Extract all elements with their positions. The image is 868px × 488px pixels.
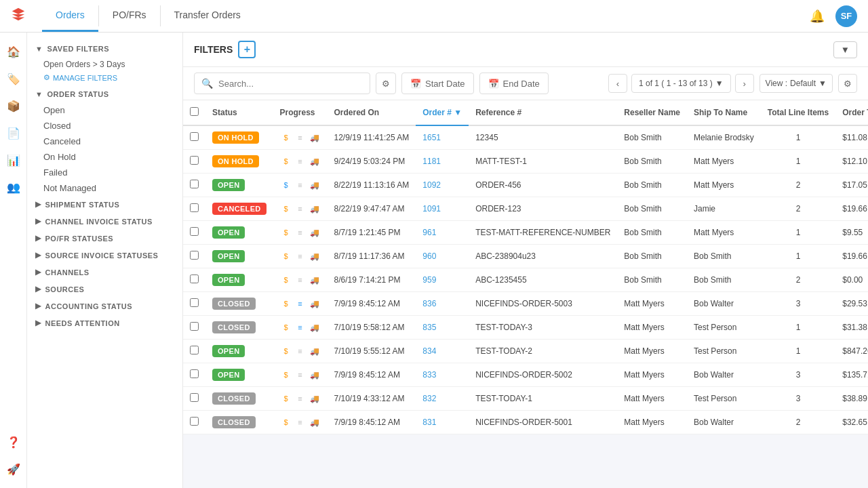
order-status-header[interactable]: ▼ ORDER STATUS	[27, 86, 182, 102]
channel-invoice-status-header[interactable]: ▶ CHANNEL INVOICE STATUS	[27, 213, 182, 230]
col-header-order-num[interactable]: Order # ▼	[416, 100, 469, 125]
row-checkbox[interactable]	[190, 322, 199, 331]
col-header-progress[interactable]: Progress	[273, 100, 328, 125]
start-date-button[interactable]: 📅 Start Date	[401, 73, 474, 94]
row-checkbox-cell[interactable]	[183, 292, 205, 316]
row-checkbox[interactable]	[190, 180, 199, 188]
users-icon[interactable]: 👥	[3, 176, 24, 198]
row-checkbox[interactable]	[190, 203, 199, 212]
row-checkbox-cell[interactable]	[183, 174, 205, 197]
col-header-ordered-on[interactable]: Ordered On	[328, 100, 416, 125]
row-checkbox-cell[interactable]	[183, 221, 205, 245]
row-checkbox-cell[interactable]	[183, 245, 205, 268]
row-order-num[interactable]: 836	[416, 292, 469, 316]
col-header-reference[interactable]: Reference #	[469, 100, 617, 125]
col-header-status[interactable]: Status	[205, 100, 273, 125]
col-header-reseller[interactable]: Reseller Name	[617, 100, 687, 125]
document-icon[interactable]: 📄	[3, 122, 24, 144]
row-checkbox-cell[interactable]	[183, 197, 205, 221]
chart-icon[interactable]: 📊	[3, 149, 24, 171]
row-checkbox-cell[interactable]	[183, 387, 205, 411]
col-header-ship-to[interactable]: Ship To Name	[687, 100, 761, 125]
row-order-num[interactable]: 1091	[416, 197, 469, 221]
saved-filter-open-orders[interactable]: Open Orders > 3 Days	[27, 57, 182, 72]
saved-filters-header[interactable]: ▼ SAVED FILTERS	[27, 41, 182, 57]
row-progress: $≡🚚	[273, 221, 328, 245]
truck-gray-icon: 🚚	[309, 274, 321, 286]
row-checkbox[interactable]	[190, 298, 199, 307]
rocket-icon[interactable]: 🚀	[3, 458, 24, 480]
add-filter-button[interactable]: +	[238, 41, 256, 58]
row-checkbox-cell[interactable]	[183, 268, 205, 292]
row-order-num[interactable]: 961	[416, 221, 469, 245]
sidebar-item-open[interactable]: Open	[27, 102, 182, 118]
needs-attention-header[interactable]: ▶ NEEDS ATTENTION	[27, 314, 182, 331]
sidebar-item-canceled[interactable]: Canceled	[27, 134, 182, 149]
prev-page-button[interactable]: ‹	[608, 74, 627, 93]
tab-orders[interactable]: Orders	[42, 0, 98, 32]
sidebar-item-closed[interactable]: Closed	[27, 118, 182, 134]
row-checkbox-cell[interactable]	[183, 411, 205, 434]
row-checkbox-cell[interactable]	[183, 363, 205, 387]
row-checkbox-cell[interactable]	[183, 150, 205, 174]
help-icon[interactable]: ❓	[3, 431, 24, 453]
row-order-num[interactable]: 1181	[416, 150, 469, 174]
tab-pofrs[interactable]: PO/FRs	[99, 0, 160, 32]
row-checkbox[interactable]	[190, 393, 199, 402]
select-all-header[interactable]	[183, 100, 205, 125]
notification-bell-icon[interactable]: 🔔	[807, 6, 827, 26]
row-reseller: Bob Smith	[617, 268, 687, 292]
tab-transfer-orders[interactable]: Transfer Orders	[161, 0, 254, 32]
row-line-items: 1	[761, 221, 835, 245]
row-order-num[interactable]: 959	[416, 268, 469, 292]
end-date-button[interactable]: 📅 End Date	[479, 73, 549, 94]
page-info[interactable]: 1 of 1 ( 1 - 13 of 13 ) ▼	[631, 74, 731, 93]
row-order-num[interactable]: 833	[416, 363, 469, 387]
row-order-num[interactable]: 835	[416, 316, 469, 340]
row-checkbox[interactable]	[190, 369, 199, 378]
row-checkbox[interactable]	[190, 227, 199, 236]
row-order-num[interactable]: 831	[416, 411, 469, 434]
row-checkbox[interactable]	[190, 346, 199, 354]
row-order-num[interactable]: 1651	[416, 125, 469, 150]
row-checkbox[interactable]	[190, 156, 199, 165]
pofr-statuses-header[interactable]: ▶ PO/FR STATUSES	[27, 230, 182, 247]
col-header-line-items[interactable]: Total Line Items	[761, 100, 835, 125]
select-all-checkbox[interactable]	[190, 107, 199, 116]
view-select[interactable]: View : Default ▼	[760, 74, 833, 93]
row-checkbox-cell[interactable]	[183, 125, 205, 150]
home-icon[interactable]: 🏠	[3, 41, 24, 62]
row-order-num[interactable]: 832	[416, 387, 469, 411]
shipment-status-header[interactable]: ▶ SHIPMENT STATUS	[27, 196, 182, 213]
row-checkbox[interactable]	[190, 274, 199, 283]
table-settings-button[interactable]: ⚙	[838, 74, 857, 93]
col-header-order-total[interactable]: Order Total	[835, 100, 868, 125]
row-order-num[interactable]: 834	[416, 340, 469, 363]
row-progress: $≡🚚	[273, 292, 328, 316]
sources-header[interactable]: ▶ SOURCES	[27, 281, 182, 298]
logo[interactable]	[11, 7, 26, 26]
row-checkbox[interactable]	[190, 251, 199, 260]
sidebar-item-on-hold[interactable]: On Hold	[27, 149, 182, 165]
collapse-button[interactable]: ▼	[833, 41, 857, 58]
sidebar-item-not-managed[interactable]: Not Managed	[27, 180, 182, 196]
orders-icon[interactable]: 📦	[3, 95, 24, 117]
next-page-button[interactable]: ›	[735, 74, 754, 93]
row-checkbox-cell[interactable]	[183, 340, 205, 363]
source-invoice-header[interactable]: ▶ SOURCE INVOICE STATUSES	[27, 247, 182, 264]
channels-header[interactable]: ▶ CHANNELS	[27, 264, 182, 281]
accounting-status-header[interactable]: ▶ ACCOUNTING STATUS	[27, 298, 182, 314]
search-settings-button[interactable]: ⚙	[376, 73, 396, 94]
search-input[interactable]	[218, 79, 363, 89]
row-checkbox[interactable]	[190, 132, 199, 141]
row-checkbox-cell[interactable]	[183, 316, 205, 340]
row-checkbox[interactable]	[190, 417, 199, 426]
row-order-num[interactable]: 960	[416, 245, 469, 268]
tag-icon[interactable]: 🏷️	[3, 68, 24, 89]
row-reseller: Bob Smith	[617, 174, 687, 197]
manage-filters-link[interactable]: ⚙ MANAGE FILTERS	[27, 72, 182, 86]
row-order-num[interactable]: 1092	[416, 174, 469, 197]
row-line-items: 2	[761, 268, 835, 292]
user-avatar[interactable]: SF	[835, 5, 857, 27]
sidebar-item-failed[interactable]: Failed	[27, 165, 182, 180]
